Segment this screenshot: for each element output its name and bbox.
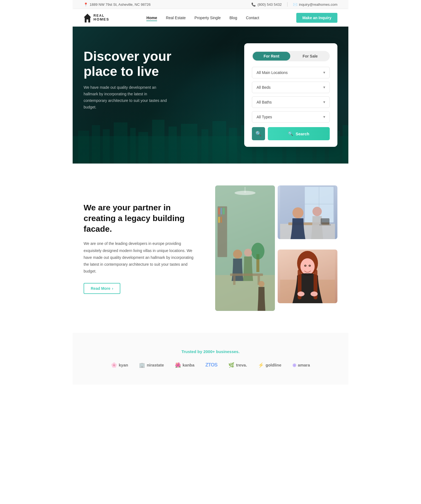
about-section: We are your partner in creating a legacy… [73, 164, 348, 333]
brand-goldline: ⚡ goldline [258, 362, 281, 368]
phone-text: (800) 543 5432 [257, 2, 281, 7]
baths-select-wrapper: All Baths 1 Bath 2 Baths 3+ Baths ▼ [252, 96, 330, 108]
hero-section: Discover your place to live We have made… [73, 27, 348, 164]
svg-point-39 [258, 281, 264, 287]
email-text: inquiry@realhomes.com [299, 2, 337, 7]
about-title: We are your partner in creating a legacy… [84, 202, 199, 234]
svg-rect-49 [319, 224, 331, 225]
read-more-button[interactable]: Read More › [84, 283, 120, 294]
svg-rect-36 [230, 274, 263, 276]
svg-point-57 [309, 265, 310, 266]
kyan-label: kyan [119, 363, 128, 367]
logo-text: REAL HOMES [93, 14, 109, 21]
brand-nirastate: 🏢 nirastate [139, 362, 164, 368]
brand-kyan: 🌸 kyan [111, 362, 128, 368]
search-icon: 🔍 [255, 131, 261, 137]
svg-point-33 [251, 243, 264, 259]
svg-rect-37 [233, 276, 235, 285]
email-icon: ✉️ [293, 2, 297, 7]
location-icon: 📍 [84, 2, 88, 7]
email-item[interactable]: ✉️ inquiry@realhomes.com [293, 2, 337, 7]
trusted-suffix: businesses. [216, 349, 240, 354]
trusted-section: Trusted by 2000+ businesses. 🌸 kyan 🏢 ni… [73, 333, 348, 385]
svg-point-56 [305, 265, 306, 266]
brand-kanba: 🌺 kanba [175, 362, 194, 368]
beds-select[interactable]: All Beds 1 Bed 2 Beds 3+ Beds [252, 82, 330, 93]
header: REAL HOMES Home Real Estate Property Sin… [73, 9, 348, 27]
svg-point-60 [297, 291, 305, 296]
brand-treva: 🌿 treva. [228, 362, 247, 368]
trusted-count: 2000+ [203, 349, 215, 354]
search-btn-icon: 🔍 [288, 131, 293, 136]
brand-row: 🌸 kyan 🏢 nirastate 🌺 kanba ZTOS 🌿 treva.… [84, 362, 337, 368]
rent-sale-tabs: For Rent For Sale [252, 51, 330, 61]
read-more-label: Read More [91, 286, 110, 291]
arrow-right-icon: › [112, 286, 113, 291]
tab-for-rent[interactable]: For Rent [253, 52, 290, 61]
svg-point-61 [311, 291, 318, 296]
svg-rect-28 [221, 208, 222, 214]
trusted-prefix: Trusted by [181, 349, 202, 354]
address-text: 1889 NW 79st St, Asheville, NC 98726 [90, 2, 151, 7]
amara-label: amara [298, 363, 310, 367]
ztos-label: ZTOS [205, 362, 217, 368]
svg-rect-48 [321, 218, 329, 224]
nav-item-real-estate[interactable]: Real Estate [166, 16, 186, 20]
svg-rect-27 [218, 208, 220, 214]
location-select[interactable]: All Main Locations New York Los Angeles … [252, 67, 330, 78]
svg-rect-44 [280, 224, 335, 239]
tab-for-sale[interactable]: For Sale [291, 52, 329, 61]
baths-select[interactable]: All Baths 1 Bath 2 Baths 3+ Baths [252, 96, 330, 108]
hero-content: Discover your place to live We have made… [73, 27, 348, 163]
search-icon-button[interactable]: 🔍 [252, 127, 265, 140]
inquiry-button[interactable]: Make an Inquiry [296, 13, 337, 23]
woman-image [278, 250, 337, 303]
types-select[interactable]: All Types House Apartment Villa [252, 111, 330, 123]
top-bar: 📍 1889 NW 79st St, Asheville, NC 98726 📞… [73, 0, 348, 9]
goldline-icon: ⚡ [258, 362, 264, 368]
search-btn-label: Search [295, 131, 309, 136]
meeting-svg [280, 185, 335, 239]
nirastate-icon: 🏢 [139, 362, 145, 368]
svg-point-34 [233, 250, 242, 259]
svg-point-46 [292, 207, 303, 218]
svg-rect-31 [221, 217, 222, 223]
logo[interactable]: REAL HOMES [84, 13, 109, 22]
phone-icon: 📞 [251, 2, 256, 7]
divider [287, 2, 288, 7]
trusted-label: Trusted by 2000+ businesses. [84, 349, 337, 354]
kanba-icon: 🌺 [175, 362, 181, 368]
svg-point-47 [312, 207, 322, 216]
kanba-label: kanba [183, 363, 194, 367]
hero-title: Discover your place to live [84, 49, 204, 79]
brand-amara: ◉ amara [292, 362, 310, 368]
main-nav: Home Real Estate Property Single Blog Co… [146, 16, 259, 20]
treva-icon: 🌿 [228, 362, 234, 368]
location-select-wrapper: All Main Locations New York Los Angeles … [252, 67, 330, 78]
svg-rect-30 [218, 217, 220, 223]
nav-item-blog[interactable]: Blog [229, 16, 237, 20]
goldline-label: goldline [266, 363, 281, 367]
logo-icon [84, 13, 91, 22]
office-main-image [215, 185, 275, 311]
nav-item-contact[interactable]: Contact [246, 16, 259, 20]
treva-label: treva. [236, 363, 247, 367]
nav-item-property-single[interactable]: Property Single [195, 16, 221, 20]
nirastate-label: nirastate [147, 363, 164, 367]
about-text-col: We are your partner in creating a legacy… [84, 202, 199, 294]
address-item: 📍 1889 NW 79st St, Asheville, NC 98726 [84, 2, 151, 7]
beds-select-wrapper: All Beds 1 Bed 2 Beds 3+ Beds ▼ [252, 82, 330, 93]
types-select-wrapper: All Types House Apartment Villa ▼ [252, 111, 330, 123]
phone-item[interactable]: 📞 (800) 543 5432 [251, 2, 281, 7]
meeting-image [278, 185, 337, 239]
woman-svg [280, 250, 335, 303]
search-row: 🔍 🔍 Search [252, 127, 330, 140]
hero-text: Discover your place to live We have made… [84, 43, 204, 111]
hero-subtitle: We have made out quality development an … [84, 84, 171, 110]
kyan-icon: 🌸 [111, 362, 117, 368]
about-description: We are one of the leading developers in … [84, 240, 199, 275]
about-images-grid [215, 185, 337, 311]
brand-ztos: ZTOS [205, 362, 217, 368]
search-button[interactable]: 🔍 Search [268, 127, 330, 140]
nav-item-home[interactable]: Home [146, 16, 157, 20]
